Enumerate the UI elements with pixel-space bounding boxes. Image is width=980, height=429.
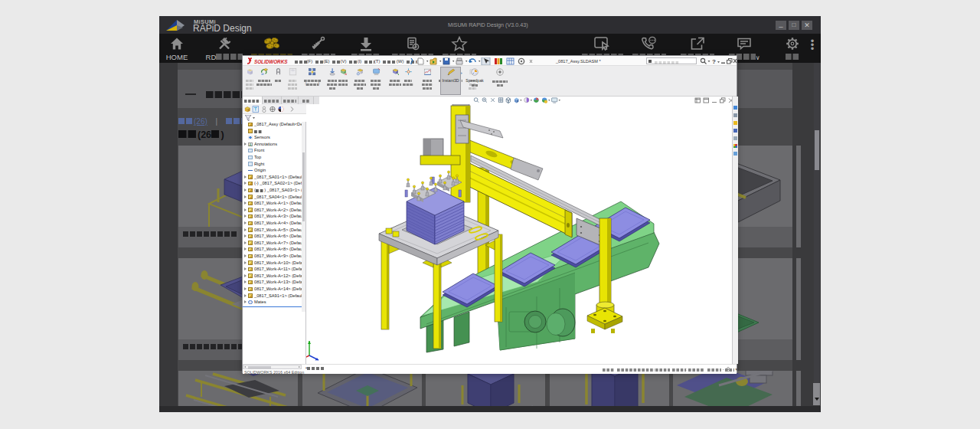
svg-text:?: ? — [712, 58, 716, 65]
